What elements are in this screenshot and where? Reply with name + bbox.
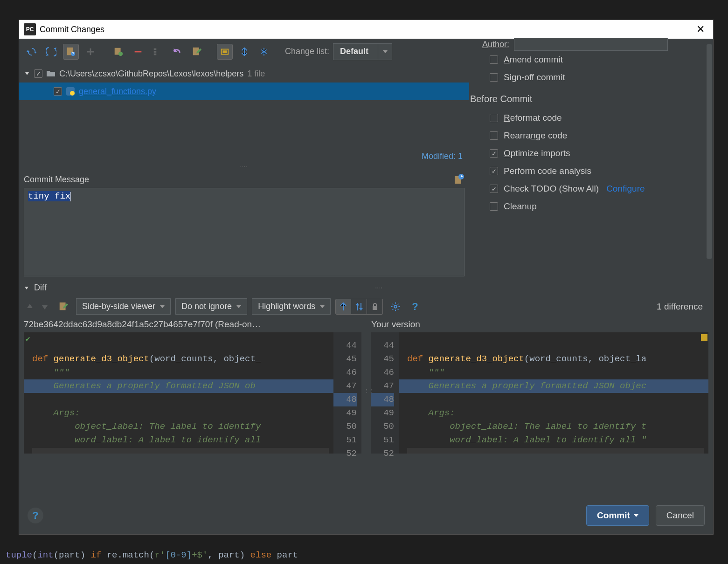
chevron-down-icon <box>320 305 325 308</box>
expand-icon[interactable] <box>256 44 272 60</box>
gear-icon[interactable] <box>388 299 403 315</box>
expand-all-icon[interactable] <box>217 44 233 60</box>
commit-toolbar: ? Change list: Default <box>19 39 469 65</box>
background-editor <box>0 0 4 4</box>
chevron-down-icon[interactable] <box>378 44 392 60</box>
sync-scroll-icon[interactable] <box>351 299 367 315</box>
viewer-mode-select[interactable]: Side-by-side viewer <box>76 298 171 315</box>
signoff-checkbox[interactable] <box>490 73 498 82</box>
tree-collapse-icon[interactable] <box>24 70 30 77</box>
cleanup-checkbox[interactable] <box>490 202 498 211</box>
diff-section-title: Diff <box>34 283 47 293</box>
refresh-icon[interactable] <box>24 44 40 60</box>
help-icon[interactable]: ? <box>408 301 422 313</box>
ignore-select[interactable]: Do not ignore <box>175 298 247 315</box>
cleanup-label: Cleanup <box>504 201 537 212</box>
titlebar: PC Commit Changes ✕ <box>19 20 713 39</box>
tree-root-row[interactable]: C:\Users\zcsxo\GithubRepos\Lexos\lexos\h… <box>19 65 469 83</box>
drag-gutter-icon[interactable]: ⋮⋮ <box>364 388 374 394</box>
rearrange-label: Rearrange code <box>504 131 567 141</box>
dialog-title: Commit Changes <box>40 25 104 34</box>
changelist-icon[interactable] <box>111 44 126 60</box>
line-numbers-right: 444546474849505152 <box>371 332 399 454</box>
next-diff-icon[interactable] <box>39 301 51 313</box>
diff-collapse-icon[interactable] <box>24 285 30 291</box>
rearrange-checkbox[interactable] <box>490 131 498 140</box>
code-token: def <box>407 354 429 364</box>
signoff-label: Sign-off commit <box>504 72 565 83</box>
code-token: word_label: A label to identify all <box>32 435 261 445</box>
horizontal-scrollbar[interactable] <box>32 448 329 454</box>
code-token: Args: <box>407 408 455 418</box>
root-path: C:\Users\zcsxo\GithubRepos\Lexos\lexos\h… <box>59 69 243 79</box>
change-list-label: Change list: <box>285 47 329 56</box>
prev-diff-icon[interactable] <box>24 301 36 313</box>
diff-left-pane[interactable]: def generate_d3_object(word_counts, obje… <box>24 332 333 454</box>
close-icon[interactable]: ✕ <box>693 21 708 37</box>
code-token: Args: <box>32 408 80 418</box>
todo-checkbox[interactable] <box>490 185 498 193</box>
horizontal-scrollbar[interactable] <box>407 448 704 454</box>
highlight-value: Highlight words <box>258 302 315 311</box>
python-file-icon <box>66 87 75 96</box>
before-commit-header: Before Commit <box>469 86 707 109</box>
chevron-down-icon <box>160 305 165 308</box>
modified-count: Modified: 1 <box>19 149 469 164</box>
cancel-button[interactable]: Cancel <box>656 505 705 526</box>
svg-rect-6 <box>154 51 157 53</box>
reformat-label: Reformat code <box>504 113 562 123</box>
diff-right-pane[interactable]: def generate_d3_object(word_counts, obje… <box>399 332 708 454</box>
commit-message-input[interactable]: tiny fix <box>24 188 465 276</box>
svg-point-4 <box>118 52 123 56</box>
diff-edit-icon[interactable] <box>55 299 71 315</box>
resize-handle-icon[interactable]: :::: <box>19 164 469 170</box>
commit-message-label: Commit Message <box>24 175 89 185</box>
optimize-checkbox[interactable] <box>490 149 498 158</box>
analyze-label: Perform code analysis <box>504 166 591 176</box>
lock-icon[interactable] <box>367 299 383 315</box>
svg-point-17 <box>394 305 397 308</box>
root-file-count: 1 file <box>247 69 265 79</box>
warning-marker-icon[interactable] <box>701 334 707 341</box>
root-checkbox[interactable] <box>34 69 42 78</box>
diff-right-title: Your version <box>348 319 420 330</box>
edit-source-icon[interactable] <box>189 44 205 60</box>
code-token: """ <box>407 367 444 378</box>
file-name[interactable]: general_functions.py <box>79 87 156 96</box>
configure-link[interactable]: Configure <box>606 184 645 194</box>
remove-icon[interactable] <box>130 44 146 60</box>
analyze-checkbox[interactable] <box>490 167 498 175</box>
commit-button[interactable]: Commit <box>586 505 649 526</box>
code-token: (word_counts, object_ <box>149 354 261 364</box>
code-token: (word_counts, object_la <box>524 354 646 364</box>
commit-history-icon[interactable] <box>453 174 465 185</box>
author-input[interactable] <box>514 38 668 51</box>
amend-checkbox[interactable] <box>490 55 498 64</box>
code-token: generate_d3_object <box>54 354 149 364</box>
diff-icon[interactable]: ? <box>63 44 79 60</box>
change-list-select[interactable]: Default <box>333 43 392 60</box>
code-token: def <box>32 354 54 364</box>
right-scrollbar[interactable] <box>707 44 712 259</box>
line-numbers-left: 444546474849505152 <box>333 332 361 454</box>
code-token: Generates a properly formatted JSON ob <box>32 381 256 391</box>
collapse-icon[interactable] <box>236 44 252 60</box>
reformat-checkbox[interactable] <box>490 114 498 122</box>
background-code-line: tuple(int(part) if re.match(r'[0-9]+$', … <box>6 550 298 560</box>
svg-text:?: ? <box>72 52 74 56</box>
collapse-unchanged-icon[interactable] <box>335 299 351 315</box>
highlight-select[interactable]: Highlight words <box>252 298 331 315</box>
code-token: object_label: The label to identify t <box>407 421 646 432</box>
code-token: generate_d3_object <box>429 354 524 364</box>
tree-file-row[interactable]: general_functions.py <box>19 83 469 100</box>
file-checkbox[interactable] <box>54 87 62 96</box>
diff-gutter: ⋮⋮ <box>361 332 371 454</box>
diff-resize-handle-icon[interactable]: :::: <box>50 286 708 290</box>
commit-dialog: PC Commit Changes ✕ ? Change list <box>19 20 714 535</box>
help-button[interactable]: ? <box>28 508 43 523</box>
revert-icon[interactable] <box>169 44 185 60</box>
diff-count: 1 difference <box>657 302 708 312</box>
amend-label: Amend commit <box>504 55 563 65</box>
diff-viewer: ✔ def generate_d3_object(word_counts, ob… <box>24 332 708 454</box>
sync-icon[interactable] <box>43 44 59 60</box>
